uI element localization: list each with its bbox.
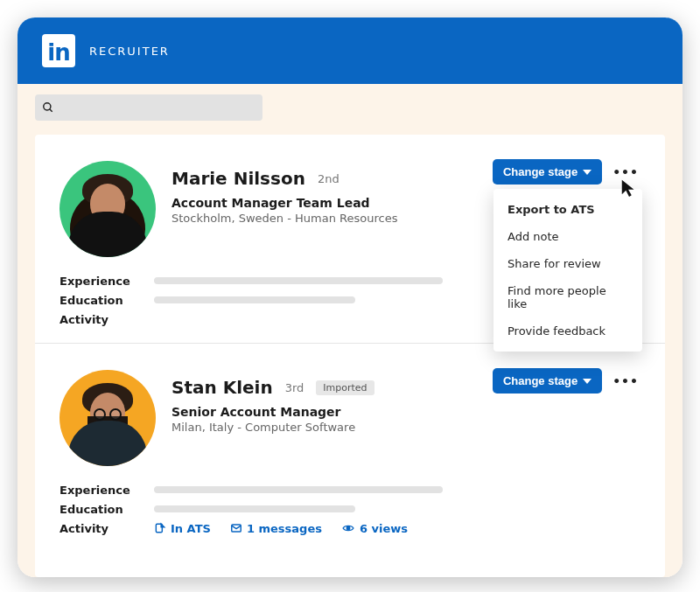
connection-degree: 2nd <box>318 172 340 185</box>
ats-icon <box>154 522 166 534</box>
more-options-button[interactable]: ••• <box>611 371 640 392</box>
linkedin-logo-icon: in <box>42 34 75 67</box>
header: in RECRUITER <box>18 17 682 84</box>
chevron-down-icon <box>583 170 592 175</box>
mail-icon <box>230 522 242 534</box>
section-label-experience: Experience <box>60 484 138 497</box>
activity-in-ats-link[interactable]: In ATS <box>154 522 211 535</box>
candidate-title: Senior Account Manager <box>172 405 640 419</box>
skeleton-bar <box>154 296 355 303</box>
section-label-education: Education <box>60 503 138 516</box>
candidate-name: Stan Klein <box>172 377 273 398</box>
dropdown-item-export-ats[interactable]: Export to ATS <box>494 196 642 223</box>
svg-point-0 <box>44 103 51 110</box>
header-title: RECRUITER <box>89 45 170 58</box>
cursor-icon <box>620 178 639 198</box>
skeleton-bar <box>154 505 355 512</box>
dropdown-item-find-more[interactable]: Find more people like <box>494 277 642 317</box>
candidate-card: Change stage ••• Export to ATS Add note … <box>35 135 665 344</box>
search-icon <box>42 101 54 114</box>
activity-views-link[interactable]: 6 views <box>341 522 408 535</box>
change-stage-label: Change stage <box>503 374 578 387</box>
section-label-activity: Activity <box>60 313 138 326</box>
dropdown-item-share-review[interactable]: Share for review <box>494 250 642 277</box>
imported-badge: Imported <box>316 380 374 395</box>
chevron-down-icon <box>583 379 592 384</box>
avatar <box>60 161 156 257</box>
app-window: in RECRUITER Change stage ••• <box>18 17 682 577</box>
svg-point-4 <box>346 526 350 530</box>
svg-line-1 <box>50 109 52 112</box>
change-stage-button[interactable]: Change stage <box>493 368 602 394</box>
change-stage-button[interactable]: Change stage <box>493 159 602 185</box>
body: Change stage ••• Export to ATS Add note … <box>18 84 682 577</box>
section-label-activity: Activity <box>60 522 138 535</box>
candidate-subtitle: Milan, Italy - Computer Software <box>172 421 640 434</box>
candidates-list: Change stage ••• Export to ATS Add note … <box>35 135 665 577</box>
search-input[interactable] <box>35 94 262 121</box>
change-stage-label: Change stage <box>503 165 578 178</box>
dropdown-item-add-note[interactable]: Add note <box>494 223 642 250</box>
section-label-experience: Experience <box>60 275 138 288</box>
eye-icon <box>341 522 355 534</box>
candidate-name: Marie Nilsson <box>172 168 305 189</box>
activity-messages-link[interactable]: 1 messages <box>230 522 322 535</box>
skeleton-bar <box>154 277 443 284</box>
section-label-education: Education <box>60 294 138 307</box>
candidate-card: Change stage ••• Stan <box>35 344 665 552</box>
avatar <box>60 370 156 466</box>
skeleton-bar <box>154 486 443 493</box>
connection-degree: 3rd <box>285 381 304 394</box>
dropdown-item-feedback[interactable]: Provide feedback <box>494 317 642 345</box>
more-options-dropdown: Export to ATS Add note Share for review … <box>494 189 642 352</box>
